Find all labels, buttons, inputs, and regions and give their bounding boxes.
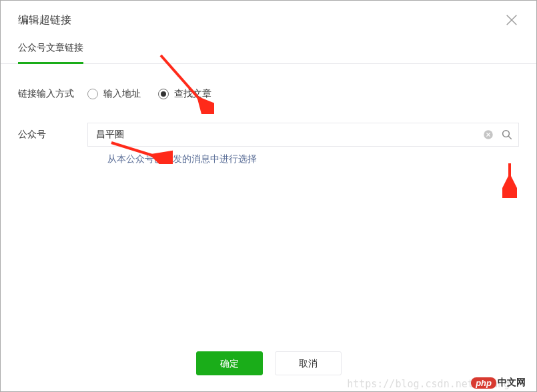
row-sublink: 从本公众号已群发的消息中进行选择 bbox=[107, 153, 519, 165]
dialog-header: 编辑超链接 bbox=[1, 1, 536, 37]
tab-article-link[interactable]: 公众号文章链接 bbox=[18, 37, 83, 64]
watermark-text: https://blog.csdn.net/xiang bbox=[347, 378, 510, 390]
search-icon bbox=[501, 129, 513, 141]
ok-button[interactable]: 确定 bbox=[196, 351, 263, 375]
radio-icon bbox=[87, 89, 98, 99]
account-input[interactable] bbox=[96, 129, 482, 140]
account-input-wrap bbox=[87, 123, 519, 147]
svg-point-5 bbox=[503, 131, 510, 137]
row-input-method: 链接输入方式 输入地址 查找文章 bbox=[18, 88, 519, 100]
close-button[interactable] bbox=[504, 13, 519, 27]
logo-php: php bbox=[471, 377, 496, 389]
dialog-title: 编辑超链接 bbox=[18, 13, 71, 27]
dialog-content: 链接输入方式 输入地址 查找文章 公众号 bbox=[1, 64, 536, 165]
logo-badge: php 中文网 bbox=[471, 377, 526, 389]
radio-group-input-method: 输入地址 查找文章 bbox=[87, 88, 211, 100]
label-input-method: 链接输入方式 bbox=[18, 88, 87, 100]
label-account: 公众号 bbox=[18, 129, 87, 141]
radio-label-search-article: 查找文章 bbox=[174, 88, 211, 100]
radio-icon-selected bbox=[158, 89, 169, 99]
dialog-footer: 确定 取消 bbox=[1, 351, 536, 375]
svg-line-6 bbox=[508, 136, 512, 139]
tab-bar: 公众号文章链接 bbox=[1, 37, 536, 64]
radio-label-input-url: 输入地址 bbox=[103, 88, 141, 100]
search-button[interactable] bbox=[501, 129, 513, 141]
radio-search-article[interactable]: 查找文章 bbox=[158, 88, 211, 100]
link-select-from-sent[interactable]: 从本公众号已群发的消息中进行选择 bbox=[107, 153, 257, 164]
dialog-window: 编辑超链接 公众号文章链接 链接输入方式 输入地址 查找文章 bbox=[0, 0, 537, 392]
clear-icon bbox=[482, 129, 494, 141]
row-account: 公众号 bbox=[18, 123, 519, 147]
logo-cn: 中文网 bbox=[498, 377, 526, 389]
close-icon bbox=[504, 13, 519, 27]
cancel-button[interactable]: 取消 bbox=[275, 351, 342, 375]
radio-input-url[interactable]: 输入地址 bbox=[87, 88, 141, 100]
clear-button[interactable] bbox=[482, 129, 494, 141]
